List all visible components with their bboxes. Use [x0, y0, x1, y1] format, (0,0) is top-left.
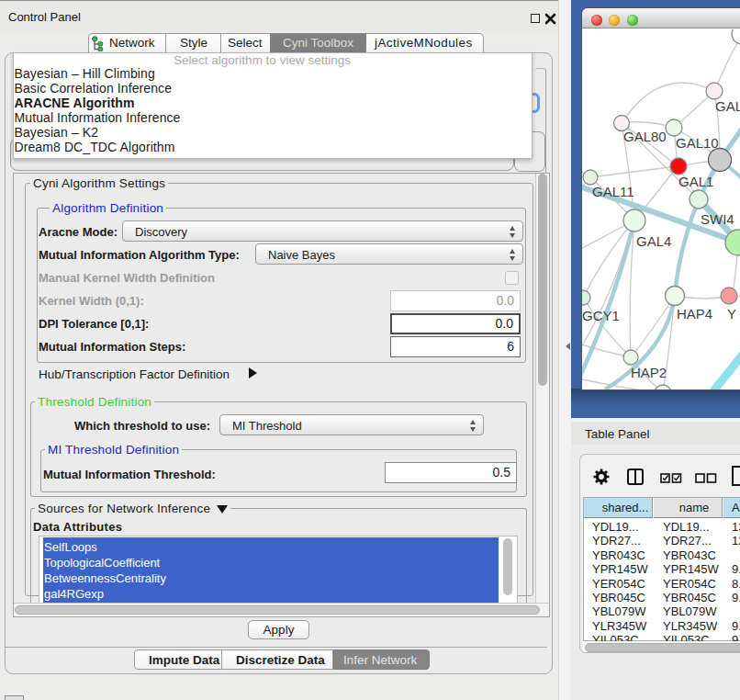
svg-text:GAL11: GAL11: [592, 184, 634, 199]
svg-text:SWI4: SWI4: [701, 211, 734, 227]
svg-text:GAL: GAL: [715, 98, 740, 114]
svg-text:GAL4: GAL4: [636, 233, 671, 249]
svg-text:GCY1: GCY1: [582, 308, 620, 323]
svg-text:Y: Y: [727, 306, 736, 322]
svg-text:GAL1: GAL1: [678, 174, 713, 189]
svg-text:HAP2: HAP2: [631, 365, 667, 380]
svg-text:GAL10: GAL10: [676, 135, 719, 151]
svg-text:GAL80: GAL80: [623, 129, 667, 144]
svg-text:HAP4: HAP4: [677, 306, 712, 322]
